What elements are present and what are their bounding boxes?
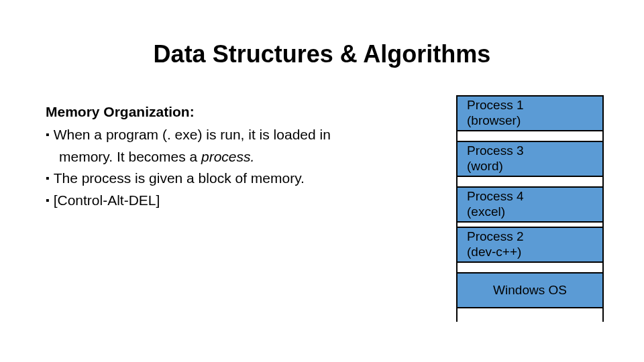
- slide-title: Data Structures & Algorithms: [0, 40, 644, 68]
- bullet-marker-icon: ▪: [46, 192, 50, 209]
- bullet-text: [Control-Alt-DEL]: [54, 190, 401, 212]
- process-block-2: Process 2 (dev-c++): [458, 227, 602, 263]
- process-label: Process 1: [467, 98, 602, 113]
- process-sublabel: (word): [467, 159, 602, 174]
- process-label: Process 3: [467, 143, 602, 159]
- bullet-item-2: ▪ The process is given a block of memory…: [46, 168, 401, 190]
- bullet-item-3: ▪ [Control-Alt-DEL]: [46, 190, 401, 212]
- process-block-4: Process 4 (excel): [458, 186, 602, 223]
- memory-gap: [458, 263, 602, 272]
- memory-diagram: Process 1 (browser) Process 3 (word) Pro…: [456, 95, 604, 322]
- content-body: Memory Organization: ▪ When a program (.…: [46, 104, 401, 211]
- os-block: Windows OS: [458, 272, 602, 308]
- memory-bottom-stub: [458, 308, 602, 322]
- bullet-item-1-cont: memory. It becomes a process.: [46, 146, 401, 168]
- subheading: Memory Organization:: [46, 104, 401, 120]
- bullet-item-1: ▪ When a program (. exe) is run, it is l…: [46, 124, 401, 146]
- process-label: Process 2: [467, 229, 602, 245]
- process-block-1: Process 1 (browser): [458, 95, 602, 131]
- process-sublabel: (browser): [467, 113, 602, 129]
- bullet-marker-icon: ▪: [46, 127, 50, 143]
- os-label: Windows OS: [493, 283, 567, 298]
- process-sublabel: (excel): [467, 204, 602, 220]
- bullet-text: When a program (. exe) is run, it is loa…: [54, 124, 401, 146]
- bullet-text: The process is given a block of memory.: [54, 168, 401, 190]
- bullet-text-plain: memory. It becomes a: [59, 149, 201, 164]
- process-label: Process 4: [467, 189, 602, 204]
- process-sublabel: (dev-c++): [467, 245, 602, 260]
- bullet-marker-icon: ▪: [46, 170, 50, 187]
- memory-gap: [458, 131, 602, 141]
- bullet-text-italic: process.: [201, 149, 254, 164]
- memory-gap: [458, 177, 602, 186]
- process-block-3: Process 3 (word): [458, 141, 602, 177]
